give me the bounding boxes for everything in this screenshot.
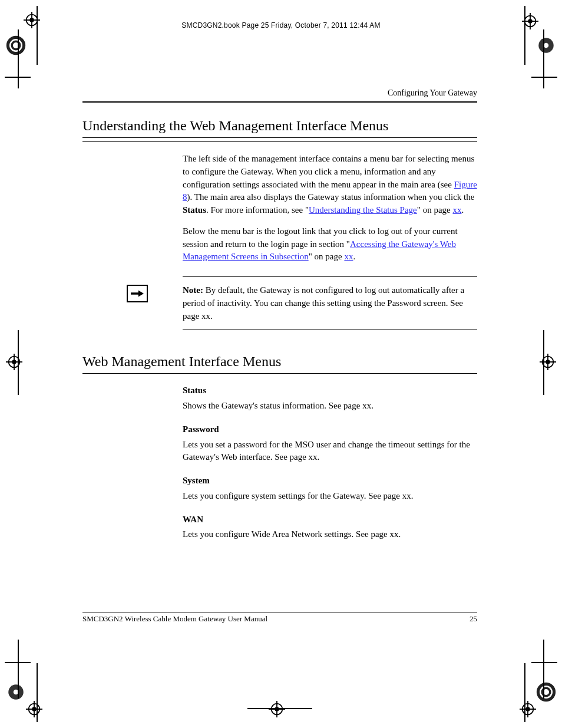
- item-text: Lets you configure Wide Area Network set…: [183, 528, 477, 541]
- registration-mark-icon: [6, 35, 26, 58]
- crop-mark: [18, 29, 19, 88]
- section-2: Web Management Interface Menus Status Sh…: [82, 354, 477, 541]
- section-rule-bottom: [82, 141, 477, 142]
- item-heading: Status: [183, 384, 477, 397]
- item-text: Shows the Gateway's status information. …: [183, 400, 477, 413]
- svg-point-26: [538, 684, 554, 700]
- svg-point-20: [8, 684, 24, 700]
- section-rule-top: [82, 137, 477, 138]
- footer-page-number: 25: [470, 614, 477, 624]
- note-label: Note:: [183, 285, 203, 295]
- crop-mark: [531, 662, 557, 663]
- page-stamp: SMCD3GN2.book Page 25 Friday, October 7,…: [0, 21, 562, 29]
- paragraph-1: The left side of the management interfac…: [183, 153, 477, 217]
- item-heading: Password: [183, 423, 477, 436]
- text-span: " on page: [417, 205, 453, 215]
- registration-mark-icon: [520, 701, 536, 720]
- registration-mark-icon: [536, 682, 556, 704]
- crop-mark: [37, 663, 38, 722]
- registration-mark-icon: [540, 354, 556, 373]
- crop-mark: [37, 6, 38, 65]
- note-block: Note: By default, the Gateway is not con…: [183, 276, 477, 330]
- registration-mark-icon: [26, 701, 42, 720]
- chapter-heading: Configuring Your Gateway: [82, 88, 477, 98]
- crop-mark: [18, 330, 19, 395]
- section1-body: The left side of the management interfac…: [183, 153, 477, 330]
- svg-point-7: [544, 43, 549, 48]
- crop-mark: [531, 77, 557, 78]
- crop-mark: [5, 662, 31, 663]
- page-content: Configuring Your Gateway Understanding t…: [82, 88, 477, 547]
- arrow-right-icon: [127, 285, 148, 302]
- registration-mark-icon: [536, 35, 556, 58]
- svg-point-19: [546, 360, 550, 364]
- svg-point-0: [8, 37, 24, 53]
- header-rule: [82, 101, 477, 103]
- menu-item-system: System Lets you configure system setting…: [183, 475, 477, 503]
- svg-point-25: [32, 707, 36, 711]
- item-heading: System: [183, 475, 477, 487]
- text-span: " on page: [309, 252, 342, 261]
- menu-item-status: Status Shows the Gateway's status inform…: [183, 384, 477, 413]
- registration-mark-icon: [6, 682, 26, 704]
- section-title-1: Understanding the Web Management Interfa…: [82, 118, 477, 134]
- text-span: The left side of the management interfac…: [183, 154, 474, 189]
- crop-mark: [247, 708, 312, 709]
- crop-mark: [543, 640, 544, 699]
- crop-mark: [543, 330, 544, 395]
- menu-item-password: Password Lets you set a password for the…: [183, 423, 477, 464]
- text-span: .: [353, 252, 355, 261]
- footer-rule: [82, 612, 477, 612]
- link-understanding-status[interactable]: Understanding the Status Page: [309, 205, 417, 215]
- svg-point-32: [272, 704, 283, 715]
- link-page-xx-1[interactable]: xx: [452, 205, 461, 215]
- registration-mark-icon: [6, 354, 22, 373]
- note-text: Note: By default, the Gateway is not con…: [183, 277, 477, 330]
- crop-mark: [524, 6, 525, 65]
- text-span: ). The main area also displays the Gatew…: [187, 192, 475, 202]
- svg-point-22: [29, 704, 40, 715]
- item-heading: WAN: [183, 513, 477, 526]
- note-body: By default, the Gateway is not configure…: [183, 285, 464, 321]
- bold-status: Status: [183, 205, 206, 215]
- note-rule-bottom: [183, 330, 477, 330]
- text-span: .: [461, 205, 464, 215]
- registration-mark-icon: [269, 701, 285, 720]
- section-title-2: Web Management Interface Menus: [82, 354, 477, 370]
- text-span: . For more information, see ": [206, 205, 309, 215]
- footer: SMCD3GN2 Wireless Cable Modem Gateway Us…: [82, 614, 477, 624]
- svg-point-15: [12, 360, 16, 364]
- svg-point-6: [538, 38, 554, 53]
- crop-mark: [18, 640, 19, 699]
- section2-rule: [82, 373, 477, 374]
- crop-mark: [524, 663, 525, 722]
- menu-item-wan: WAN Lets you configure Wide Area Network…: [183, 513, 477, 542]
- paragraph-2: Below the menu bar is the logout link th…: [183, 225, 477, 263]
- item-text: Lets you configure system settings for t…: [183, 490, 477, 503]
- footer-left: SMCD3GN2 Wireless Cable Modem Gateway Us…: [82, 614, 267, 624]
- crop-mark: [543, 29, 544, 88]
- svg-point-31: [525, 707, 530, 711]
- link-page-xx-2[interactable]: xx: [344, 252, 353, 261]
- item-text: Lets you set a password for the MSO user…: [183, 439, 477, 465]
